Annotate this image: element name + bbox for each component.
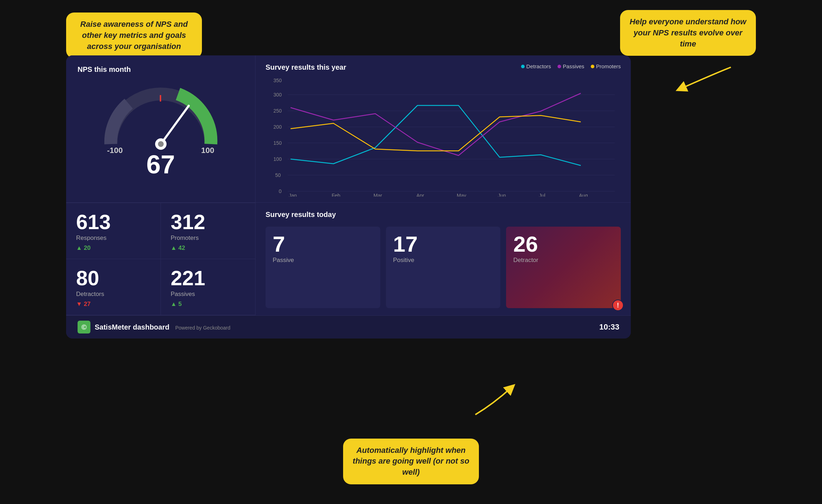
- today-detractor: 26 Detractor !: [506, 227, 621, 308]
- chart-legend: Detractors Passives Promoters: [521, 63, 621, 69]
- stat-responses-number: 613: [76, 212, 150, 232]
- dashboard: NPS this month: [66, 55, 631, 339]
- gauge-score: 67: [146, 152, 175, 177]
- arrow-bottom: [465, 382, 518, 418]
- stat-responses: 613 Responses 20: [66, 203, 161, 259]
- svg-text:50: 50: [275, 172, 281, 178]
- svg-text:0: 0: [279, 188, 282, 194]
- stat-detractors-number: 80: [76, 268, 150, 288]
- stat-detractors-change: 27: [76, 301, 150, 308]
- svg-text:200: 200: [273, 124, 282, 130]
- stat-passives-number: 221: [171, 268, 246, 288]
- legend-label-detractors: Detractors: [526, 63, 551, 69]
- footer-time: 10:33: [599, 322, 619, 332]
- svg-text:300: 300: [273, 92, 282, 98]
- stat-promoters-label: Promoters: [171, 234, 246, 242]
- svg-text:250: 250: [273, 108, 282, 114]
- gauge-svg: [100, 81, 222, 153]
- legend-passives: Passives: [558, 63, 584, 69]
- legend-dot-passives: [558, 65, 561, 68]
- svg-text:May: May: [457, 193, 466, 197]
- chart-header: Survey results this year Detractors Pass…: [266, 63, 621, 76]
- today-detractor-label: Detractor: [513, 257, 614, 264]
- svg-text:Jan: Jan: [289, 193, 297, 197]
- brand-logo: ©: [78, 321, 90, 333]
- today-positive-number: 17: [393, 233, 494, 255]
- alert-icon: !: [612, 300, 624, 311]
- today-positive-label: Positive: [393, 257, 494, 264]
- nps-gauge-panel: NPS this month: [66, 55, 256, 203]
- today-passive: 7 Passive: [266, 227, 380, 308]
- stat-detractors-label: Detractors: [76, 291, 150, 298]
- callout-bottom: Automatically highlight when things are …: [343, 439, 479, 484]
- today-title: Survey results today: [266, 211, 621, 219]
- brand-name: SatisMeter dashboard: [95, 323, 169, 331]
- svg-text:Jul: Jul: [539, 193, 545, 197]
- stat-passives-label: Passives: [171, 291, 246, 298]
- stat-passives-change: 5: [171, 301, 246, 308]
- stat-promoters-number: 312: [171, 212, 246, 232]
- svg-text:Mar: Mar: [373, 193, 382, 197]
- svg-line-1: [161, 106, 189, 144]
- svg-text:Apr: Apr: [416, 193, 424, 197]
- chart-panel: Survey results this year Detractors Pass…: [256, 55, 631, 203]
- legend-dot-promoters: [591, 65, 594, 68]
- today-panel: Survey results today 7 Passive 17 Positi…: [256, 203, 631, 315]
- today-passive-label: Passive: [273, 257, 373, 264]
- legend-label-promoters: Promoters: [596, 63, 621, 69]
- stat-passives: 221 Passives 5: [161, 259, 256, 315]
- stats-grid: 613 Responses 20 312 Promoters 42 80 Det…: [66, 203, 256, 315]
- gauge-container: -100 100 67: [78, 78, 244, 177]
- svg-text:Jun: Jun: [498, 193, 506, 197]
- stat-responses-label: Responses: [76, 234, 150, 242]
- today-grid: 7 Passive 17 Positive 26 Detractor !: [266, 227, 621, 308]
- line-chart: 0 50 100 150 200 250 300 350 Jan Feb Mar: [266, 79, 621, 197]
- svg-text:100: 100: [273, 156, 282, 162]
- footer-brand-text: SatisMeter dashboard Powered by Geckoboa…: [95, 323, 231, 331]
- today-passive-number: 7: [273, 233, 373, 255]
- svg-text:Feb: Feb: [332, 193, 340, 197]
- legend-dot-detractors: [521, 65, 525, 68]
- svg-text:Aug: Aug: [579, 193, 588, 197]
- footer-brand: © SatisMeter dashboard Powered by Geckob…: [78, 321, 231, 333]
- stat-promoters-change: 42: [171, 244, 246, 252]
- stat-detractors: 80 Detractors 27: [66, 259, 161, 315]
- legend-label-passives: Passives: [563, 63, 584, 69]
- svg-text:350: 350: [273, 79, 282, 83]
- legend-promoters: Promoters: [591, 63, 621, 69]
- nps-panel-title: NPS this month: [78, 65, 244, 74]
- dashboard-footer: © SatisMeter dashboard Powered by Geckob…: [66, 315, 631, 339]
- today-positive: 17 Positive: [386, 227, 501, 308]
- stat-promoters: 312 Promoters 42: [161, 203, 256, 259]
- gauge-max: 100: [201, 146, 214, 155]
- callout-top-left: Raise awareness of NPS and other key met…: [66, 13, 202, 58]
- callout-top-right: Help everyone understand how your NPS re…: [620, 10, 756, 56]
- arrow-top-right: [670, 64, 734, 92]
- stat-responses-change: 20: [76, 244, 150, 252]
- svg-text:150: 150: [273, 140, 282, 146]
- brand-powered: Powered by Geckoboard: [175, 325, 230, 331]
- legend-detractors: Detractors: [521, 63, 551, 69]
- today-detractor-number: 26: [513, 233, 614, 255]
- gauge-min: -100: [107, 146, 123, 155]
- chart-title: Survey results this year: [266, 63, 346, 71]
